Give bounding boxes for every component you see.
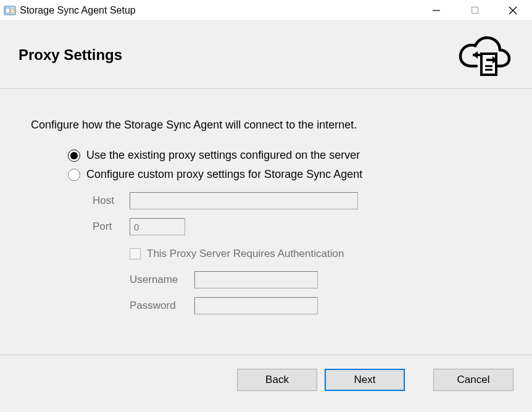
close-button[interactable] <box>494 0 532 20</box>
password-input[interactable] <box>194 297 318 314</box>
cloud-sync-icon <box>452 28 513 82</box>
auth-checkbox-row: This Proxy Server Requires Authenticatio… <box>130 248 501 260</box>
content-area: Configure how the Storage Sync Agent wil… <box>0 89 532 355</box>
installer-icon <box>4 4 16 17</box>
port-row: Port <box>93 218 501 235</box>
maximize-icon <box>471 6 479 14</box>
radio-custom-label[interactable]: Configure custom proxy settings for Stor… <box>86 168 362 181</box>
intro-text: Configure how the Storage Sync Agent wil… <box>31 119 501 132</box>
minimize-icon <box>432 6 441 15</box>
footer-buttons: Back Next Cancel <box>0 355 532 405</box>
radio-row-custom: Configure custom proxy settings for Stor… <box>68 168 501 181</box>
titlebar: Storage Sync Agent Setup <box>0 0 532 21</box>
page-title: Proxy Settings <box>19 46 122 64</box>
back-button[interactable]: Back <box>237 369 317 391</box>
window-title: Storage Sync Agent Setup <box>20 5 417 16</box>
auth-checkbox-label: This Proxy Server Requires Authenticatio… <box>147 248 344 260</box>
proxy-mode-radios: Use the existing proxy settings configur… <box>68 149 501 314</box>
host-row: Host <box>93 192 501 209</box>
username-label: Username <box>130 274 194 286</box>
radio-row-existing: Use the existing proxy settings configur… <box>68 149 501 162</box>
close-icon <box>508 6 518 15</box>
window-controls <box>417 0 532 20</box>
svg-rect-2 <box>10 9 14 13</box>
custom-proxy-form: Host Port This Proxy Server Requires Aut… <box>93 192 501 314</box>
svg-rect-7 <box>481 54 496 75</box>
host-input[interactable] <box>130 192 358 209</box>
cancel-button[interactable]: Cancel <box>433 369 513 391</box>
button-spacer <box>412 369 426 391</box>
radio-existing-proxy[interactable] <box>68 149 80 162</box>
svg-marker-11 <box>473 51 478 59</box>
svg-rect-1 <box>6 8 10 13</box>
username-row: Username <box>130 271 501 288</box>
host-label: Host <box>93 195 130 207</box>
svg-rect-4 <box>472 7 478 14</box>
port-label: Port <box>93 221 130 233</box>
radio-custom-proxy[interactable] <box>68 169 80 181</box>
next-button[interactable]: Next <box>325 369 405 391</box>
password-label: Password <box>130 300 194 312</box>
auth-checkbox[interactable] <box>130 248 141 259</box>
port-input[interactable] <box>130 218 185 235</box>
minimize-button[interactable] <box>417 0 455 20</box>
maximize-button <box>455 0 494 20</box>
radio-existing-label[interactable]: Use the existing proxy settings configur… <box>86 149 360 162</box>
username-input[interactable] <box>194 271 318 288</box>
header-panel: Proxy Settings <box>0 21 532 89</box>
password-row: Password <box>130 297 501 314</box>
